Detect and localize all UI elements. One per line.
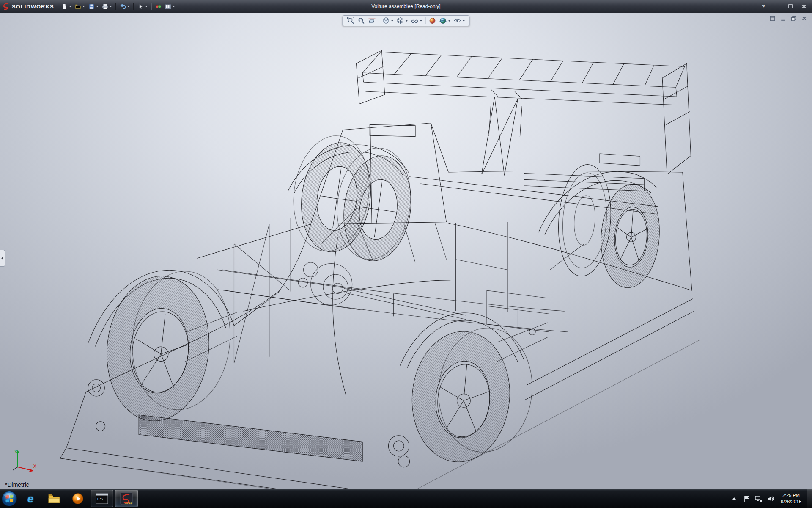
view-orientation-button[interactable] xyxy=(382,17,394,25)
open-button[interactable] xyxy=(74,3,86,11)
internet-explorer-icon: e xyxy=(27,493,33,504)
car-body-lines xyxy=(60,50,700,489)
new-document-icon xyxy=(61,3,68,10)
select-cursor-icon xyxy=(137,3,144,10)
taskbar-item-windows-explorer[interactable] xyxy=(43,490,65,507)
show-desktop-button[interactable] xyxy=(807,489,812,508)
zoom-to-area-button[interactable] xyxy=(358,17,365,25)
dropdown-caret[interactable] xyxy=(420,20,422,22)
heads-up-view-toolbar xyxy=(343,15,470,26)
sheet-properties-button[interactable] xyxy=(164,3,176,11)
doc-minimize-button[interactable] xyxy=(779,15,787,22)
edit-appearance-sphere-icon xyxy=(429,17,436,25)
dropdown-caret[interactable] xyxy=(463,20,465,22)
undo-icon xyxy=(120,3,126,10)
system-tray: 2:25 PM 6/26/2015 xyxy=(727,489,812,508)
command-prompt-icon: C:\ xyxy=(96,493,108,504)
minimize-button[interactable] xyxy=(773,3,781,9)
triad-y-label: Y xyxy=(14,450,17,454)
apply-scene-button[interactable] xyxy=(439,17,451,25)
zoom-to-area-icon xyxy=(358,17,365,25)
dropdown-caret[interactable] xyxy=(69,6,71,7)
taskbar-item-command-prompt[interactable]: C:\ xyxy=(91,490,113,507)
display-style-cube-icon xyxy=(397,17,404,25)
appearance-swatch-button[interactable] xyxy=(154,3,163,11)
windows-start-orb-icon xyxy=(1,491,17,507)
reference-triad: Y X xyxy=(7,448,37,475)
volume-icon[interactable] xyxy=(767,495,774,502)
show-hidden-icons-button[interactable] xyxy=(732,497,736,500)
toolbar-separator xyxy=(151,3,152,10)
dropdown-caret[interactable] xyxy=(173,6,175,7)
solidworks-logo-icon xyxy=(3,3,10,10)
dropdown-caret[interactable] xyxy=(145,6,148,7)
graphics-area[interactable]: Y X *Dimetric xyxy=(0,13,812,489)
wheels-front-right xyxy=(286,131,420,265)
appearance-swatch-icon xyxy=(155,3,162,10)
sheet-properties-icon xyxy=(165,3,171,10)
app-name: SOLIDWORKS xyxy=(12,3,54,10)
open-icon xyxy=(75,3,81,10)
hide-show-items-button[interactable] xyxy=(411,17,422,25)
document-window-controls xyxy=(769,15,808,22)
print-button[interactable] xyxy=(101,3,113,11)
media-player-icon xyxy=(72,493,84,505)
triad-x-label: X xyxy=(33,464,36,469)
save-icon xyxy=(88,3,95,10)
dropdown-caret[interactable] xyxy=(406,20,408,22)
titlebar: SOLIDWORKS xyxy=(0,0,812,13)
doc-restore-button[interactable] xyxy=(790,15,797,22)
select-button[interactable] xyxy=(136,3,149,11)
maximize-button[interactable] xyxy=(787,3,794,9)
chassis-internals xyxy=(184,207,584,363)
dropdown-caret[interactable] xyxy=(110,6,112,7)
zoom-to-fit-button[interactable] xyxy=(347,17,355,25)
dropdown-caret[interactable] xyxy=(127,6,130,7)
help-button[interactable]: ? xyxy=(760,3,767,10)
taskbar-item-solidworks[interactable]: 2015 xyxy=(115,490,138,507)
feature-manager-collapsed-tab[interactable] xyxy=(0,250,5,267)
titlebar-window-controls: ? xyxy=(760,3,812,10)
zoom-to-fit-icon xyxy=(347,17,355,25)
undo-button[interactable] xyxy=(118,3,131,11)
solidworks-logo: SOLIDWORKS xyxy=(3,3,54,10)
doc-new-window-button[interactable] xyxy=(769,15,776,22)
clock-date: 6/26/2015 xyxy=(781,499,801,505)
car-wireframe-model[interactable] xyxy=(0,13,812,489)
view-orientation-label: *Dimetric xyxy=(5,481,29,488)
start-button[interactable] xyxy=(0,489,19,508)
action-center-flag-icon[interactable] xyxy=(743,495,750,502)
solidworks-taskbar-icon: 2015 xyxy=(120,492,133,505)
edit-appearance-button[interactable] xyxy=(429,17,436,25)
toolbar-separator xyxy=(379,17,379,24)
taskbar-clock[interactable]: 2:25 PM 6/26/2015 xyxy=(781,492,801,505)
view-orientation-cube-icon xyxy=(382,17,390,25)
display-style-button[interactable] xyxy=(397,17,408,25)
section-view-button[interactable] xyxy=(368,17,376,25)
wheel-rear-left xyxy=(407,322,538,468)
save-button[interactable] xyxy=(87,3,100,11)
close-button[interactable] xyxy=(800,3,808,9)
windows-taskbar: e C:\ xyxy=(0,489,812,508)
toolbar-separator xyxy=(115,3,116,10)
dropdown-caret[interactable] xyxy=(96,6,99,7)
front-grille xyxy=(139,415,362,461)
view-settings-eye-icon xyxy=(454,17,461,25)
section-view-icon xyxy=(368,17,376,25)
doc-close-button[interactable] xyxy=(801,15,808,22)
dropdown-caret[interactable] xyxy=(82,6,85,7)
command-prompt-glyph: C:\ xyxy=(97,497,104,501)
titlebar-left: SOLIDWORKS xyxy=(0,3,176,11)
dropdown-caret[interactable] xyxy=(391,20,394,22)
hide-show-glasses-icon xyxy=(411,17,419,25)
view-settings-button[interactable] xyxy=(454,17,465,25)
new-document-button[interactable] xyxy=(60,3,73,11)
apply-scene-sphere-icon xyxy=(439,17,447,25)
toolbar-separator xyxy=(425,17,426,24)
taskbar-item-internet-explorer[interactable]: e xyxy=(19,490,41,507)
titlebar-toolbar xyxy=(60,3,176,11)
taskbar-item-media-player[interactable] xyxy=(67,490,89,507)
dropdown-caret[interactable] xyxy=(448,20,451,22)
network-icon[interactable] xyxy=(755,495,762,502)
wheel-front-left xyxy=(100,264,237,428)
